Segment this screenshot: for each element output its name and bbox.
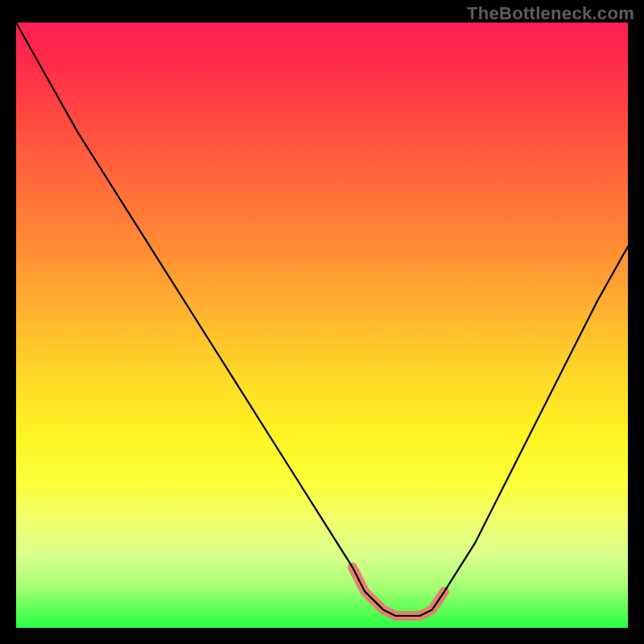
baseline (16, 625, 628, 628)
chart-overlay (16, 23, 628, 628)
bottleneck-curve (16, 23, 628, 616)
watermark-text: TheBottleneck.com (467, 3, 634, 24)
plot-area (16, 23, 628, 628)
trough-highlight (353, 568, 444, 616)
chart-frame: TheBottleneck.com (0, 0, 644, 644)
